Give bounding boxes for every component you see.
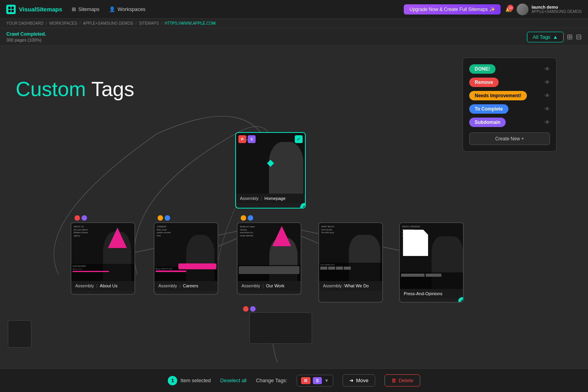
card-ourwork-dots xyxy=(241,215,253,221)
card-aboutus[interactable]: ABOUT USNot your father'sMadison Avenuea… xyxy=(71,222,135,295)
crawl-status: Crawl Completed. xyxy=(6,31,46,37)
whatwedo-thumbnail: WHAT WE DODon't be likethe other guys. O… xyxy=(319,223,382,281)
tag-tocomplete-pill[interactable]: To Complete xyxy=(469,104,508,114)
bottom-bar: 1 Item selected Deselect all Change Tags… xyxy=(0,368,588,392)
app-logo[interactable]: VisualSitemaps xyxy=(6,5,62,14)
tag-row-remove: Remove 👁 xyxy=(469,78,550,87)
card-ourwork-footer: Assembly | Our Work xyxy=(238,281,301,290)
small-node[interactable] xyxy=(249,312,312,344)
all-tags-button[interactable]: All Tags ▲ xyxy=(527,32,564,42)
notifications-badge: 10 xyxy=(507,5,514,11)
tag-done-pill[interactable]: DONE! xyxy=(469,64,495,74)
card-careers-site: Assembly xyxy=(158,283,177,288)
mini-node-left[interactable] xyxy=(8,320,31,348)
change-tags-label: Change Tags: xyxy=(256,377,287,383)
tag-subdomain-pill[interactable]: Subdomain xyxy=(469,118,506,127)
card-whatwedo-preview: WHAT WE DODon't be likethe other guys. O… xyxy=(319,223,382,281)
trash-icon: 🗑 xyxy=(391,377,396,383)
press-thumb-text: PRESS / OPINIONSAdvertising isdumb. Don'… xyxy=(402,225,420,237)
dot-blue-careers xyxy=(165,215,170,221)
deselect-all-button[interactable]: Deselect all xyxy=(220,377,247,383)
card-homepage-check: ✓ xyxy=(295,135,303,143)
nav-sitemaps[interactable]: ⊞ Sitemaps xyxy=(72,6,100,12)
tag-done-visibility[interactable]: 👁 xyxy=(544,66,550,72)
card-homepage-add[interactable]: + xyxy=(300,203,306,209)
svg-rect-3 xyxy=(11,10,14,12)
app-name: VisualSitemaps xyxy=(19,6,62,13)
careers-thumbnail: CAREERSBold, smartpeople succeedhere. Ar… xyxy=(154,223,218,281)
tags-panel: DONE! 👁 Remove 👁 Needs Improvement! 👁 To… xyxy=(463,58,557,152)
card-homepage-site: Assembly xyxy=(240,196,259,201)
user-menu[interactable]: launch demo APPLE+SAMSUNG DEMOS xyxy=(517,4,582,15)
card-whatwedo[interactable]: WHAT WE DODon't be likethe other guys. O… xyxy=(318,222,383,303)
press-thumbnail: PRESS / OPINIONSAdvertising isdumb. Don'… xyxy=(400,223,463,289)
dot-yellow-ourwork xyxy=(241,215,246,221)
tag-r-homepage[interactable]: R xyxy=(238,135,246,143)
card-press-footer: Press-And-Opinions xyxy=(400,289,463,298)
tag-remove-visibility[interactable]: 👁 xyxy=(544,79,550,85)
card-aboutus-footer: Assembly | About Us xyxy=(71,281,134,290)
breadcrumb-sep-1: / xyxy=(46,21,47,25)
nav-right: Upgrade Now & Create Full Sitemaps ✨ 🔔 1… xyxy=(404,4,582,15)
user-subtitle: APPLE+SAMSUNG DEMOS xyxy=(532,9,582,14)
whatwedo-thumb-text: WHAT WE DODon't be likethe other guys. xyxy=(321,225,334,234)
change-tags-dropdown[interactable]: R S ▼ xyxy=(297,375,333,387)
hierarchy-view-icon[interactable]: ⊞ xyxy=(567,33,573,41)
notifications-button[interactable]: 🔔 10 xyxy=(505,6,512,12)
tag-row-tocomplete: To Complete 👁 xyxy=(469,104,550,114)
aboutus-thumb-text: ABOUT USNot your father'sMadison Avenuea… xyxy=(74,225,88,237)
breadcrumb-workspaces[interactable]: WORKSPACES xyxy=(49,21,77,25)
dot-yellow-careers xyxy=(158,215,163,221)
tag-subdomain-visibility[interactable]: 👁 xyxy=(544,119,550,125)
tag-s-homepage[interactable]: S xyxy=(248,135,256,143)
svg-rect-2 xyxy=(8,10,11,12)
tag-needs-pill[interactable]: Needs Improvement! xyxy=(469,91,527,100)
sitemaps-icon: ⊞ xyxy=(72,6,76,12)
card-homepage-footer: Assembly | Homepage xyxy=(236,194,305,203)
card-press-add[interactable]: + xyxy=(458,297,464,303)
card-press[interactable]: PRESS / OPINIONSAdvertising isdumb. Don'… xyxy=(399,222,464,303)
breadcrumb-demos[interactable]: APPLE+SAMSUNG DEMOS xyxy=(83,21,133,25)
selected-tag-s: S xyxy=(313,377,322,384)
card-ourwork[interactable]: Media isn't aboutchasingimpressions onch… xyxy=(237,222,301,295)
user-name: launch demo xyxy=(532,5,582,9)
tag-needs-visibility[interactable]: 👁 xyxy=(544,93,550,99)
nav-workspaces[interactable]: 👤 Workspaces xyxy=(109,6,145,12)
top-navigation: VisualSitemaps ⊞ Sitemaps 👤 Workspaces U… xyxy=(0,0,588,19)
dot-blue-ourwork xyxy=(248,215,253,221)
card-homepage[interactable]: R S ✓ AssemblyDigital Agency Assembly | … xyxy=(235,132,306,209)
chevron-up-icon: ▲ xyxy=(553,34,558,40)
ourwork-thumbnail: Media isn't aboutchasingimpressions onch… xyxy=(238,223,301,281)
delete-button[interactable]: 🗑 Delete xyxy=(385,374,420,387)
tag-tocomplete-visibility[interactable]: 👁 xyxy=(544,106,550,112)
card-careers-preview: CAREERSBold, smartpeople succeedhere. Ar… xyxy=(154,223,218,281)
breadcrumb-dashboard[interactable]: YOUR DASHBOARD xyxy=(6,21,44,25)
upgrade-button[interactable]: Upgrade Now & Create Full Sitemaps ✨ xyxy=(404,4,500,15)
card-aboutus-page: About Us xyxy=(100,283,118,288)
card-aboutus-dots xyxy=(74,215,87,221)
dropdown-chevron-icon: ▼ xyxy=(324,378,329,383)
card-careers-dots xyxy=(158,215,170,221)
toolbar-right: All Tags ▲ ⊞ ⊟ xyxy=(527,32,582,42)
item-selected-indicator: 1 Item selected xyxy=(168,376,211,385)
ourwork-thumb-text: Media isn't aboutchasingimpressions onch… xyxy=(240,225,255,237)
dot-red-bottom xyxy=(243,306,249,312)
create-new-tag-button[interactable]: Create New + xyxy=(469,132,550,145)
breadcrumb-sitemaps[interactable]: SITEMAPS xyxy=(139,21,159,25)
tag-row-needs: Needs Improvement! 👁 xyxy=(469,91,550,100)
card-aboutus-preview: ABOUT USNot your father'sMadison Avenuea… xyxy=(71,223,134,281)
card-ourwork-site: Assembly xyxy=(241,283,260,288)
card-careers[interactable]: CAREERSBold, smartpeople succeedhere. Ar… xyxy=(154,222,218,295)
card-press-preview: PRESS / OPINIONSAdvertising isdumb. Don'… xyxy=(400,223,463,289)
sitemap-canvas: Custom Tags R S ✓ AssemblyDigital Agency… xyxy=(0,46,588,363)
grid-view-icon[interactable]: ⊟ xyxy=(576,33,582,41)
card-press-page: Press-And-Opinions xyxy=(404,291,442,296)
move-button[interactable]: ➜ Move xyxy=(343,374,375,387)
tag-remove-pill[interactable]: Remove xyxy=(469,78,499,87)
breadcrumb-url[interactable]: HTTPS://WWW.APPLE.COM xyxy=(165,21,216,25)
breadcrumb-sep-2: / xyxy=(80,21,81,25)
delete-label: Delete xyxy=(399,377,414,383)
tag-row-done: DONE! 👁 xyxy=(469,64,550,74)
title-highlight: Custom xyxy=(16,78,86,100)
dot-purple-bottom xyxy=(250,306,256,312)
